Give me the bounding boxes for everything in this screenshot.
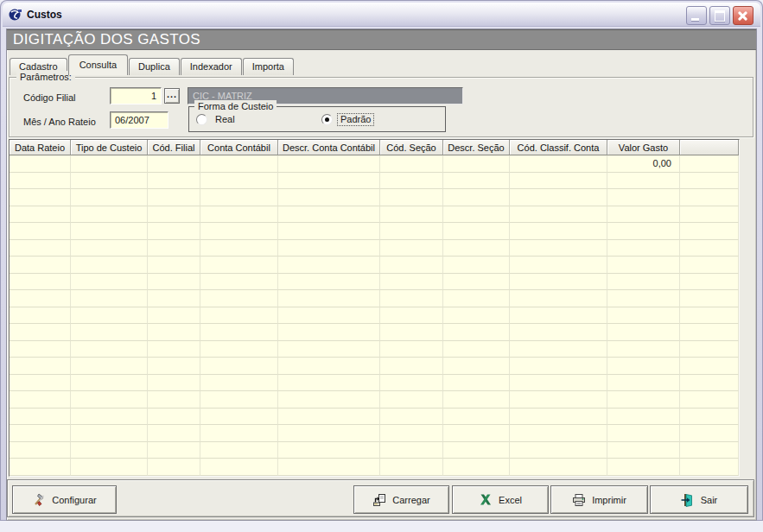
table-row[interactable] [10, 290, 739, 307]
table-cell [278, 256, 380, 274]
parameters-group-label: Parâmetros: [16, 71, 75, 83]
table-cell [200, 375, 278, 392]
table-cell [200, 240, 278, 257]
column-header[interactable]: Valor Gasto [607, 140, 680, 155]
table-cell [510, 425, 607, 442]
table-cell [71, 408, 148, 426]
table-cell [510, 341, 607, 358]
table-cell [510, 206, 607, 224]
table-cell [380, 240, 443, 257]
table-cell [680, 256, 739, 274]
table-row[interactable] [10, 206, 739, 224]
table-cell [71, 442, 148, 459]
minimize-button[interactable] [686, 6, 707, 25]
excel-button[interactable]: Excel [452, 485, 549, 514]
table-cell [680, 307, 739, 325]
column-header[interactable]: Descr. Conta Contábil [278, 140, 380, 155]
table-row[interactable] [10, 459, 739, 476]
table-cell [607, 375, 680, 392]
table-cell [71, 290, 148, 307]
expenses-grid[interactable]: Data RateioTipo de CusteioCód. FilialCon… [9, 139, 740, 477]
column-header[interactable]: Descr. Seção [443, 140, 510, 155]
tab-consulta[interactable]: Consulta [68, 54, 128, 75]
table-cell [680, 173, 739, 190]
table-cell [278, 341, 380, 358]
sair-label: Sair [701, 495, 718, 505]
table-row[interactable] [10, 256, 739, 274]
table-cell [443, 290, 510, 307]
configurar-button[interactable]: Configurar [12, 485, 117, 514]
codigo-filial-browse-button[interactable]: ... [164, 88, 180, 104]
table-row[interactable] [10, 442, 739, 459]
table-row[interactable] [10, 391, 739, 408]
column-header[interactable] [680, 140, 739, 155]
carregar-button[interactable]: Carregar [353, 485, 449, 514]
radio-padrao[interactable]: Padrão [321, 113, 374, 126]
table-cell [510, 324, 607, 341]
exit-icon [681, 493, 695, 507]
imprimir-label: Imprimir [592, 495, 626, 505]
printer-icon [572, 493, 586, 507]
tab-indexador[interactable]: Indexador [181, 58, 242, 75]
radio-real[interactable]: Real [196, 113, 238, 126]
table-cell [443, 256, 510, 274]
table-cell [148, 307, 200, 325]
table-cell [278, 274, 380, 291]
table-cell [200, 425, 278, 442]
table-cell [443, 375, 510, 392]
table-cell [607, 307, 680, 325]
table-cell [380, 256, 443, 274]
maximize-icon [715, 10, 725, 22]
table-row[interactable] [10, 358, 739, 375]
column-header[interactable]: Cód. Seção [380, 140, 443, 155]
table-cell [680, 459, 739, 476]
table-row[interactable] [10, 274, 739, 291]
table-row[interactable] [10, 324, 739, 341]
table-row[interactable]: 0,00 [10, 155, 739, 173]
table-cell [680, 425, 739, 442]
table-cell [443, 391, 510, 408]
table-row[interactable] [10, 307, 739, 325]
tab-duplica[interactable]: Duplica [129, 58, 180, 75]
table-cell [148, 442, 200, 459]
mes-ano-rateio-value: 06/2007 [115, 115, 149, 125]
table-cell [278, 459, 380, 476]
table-row[interactable] [10, 223, 739, 240]
minimize-icon [691, 18, 699, 21]
table-cell [200, 442, 278, 459]
table-row[interactable] [10, 425, 739, 442]
mes-ano-rateio-input[interactable]: 06/2007 [110, 111, 168, 129]
imprimir-button[interactable]: Imprimir [550, 485, 648, 514]
table-cell [148, 274, 200, 291]
maximize-button[interactable] [709, 6, 730, 25]
column-header[interactable]: Cód. Classif. Conta [510, 140, 607, 155]
table-cell [510, 358, 607, 375]
load-icon [372, 493, 386, 507]
table-cell [148, 223, 200, 240]
table-row[interactable] [10, 189, 739, 206]
app-logo-icon [8, 7, 22, 22]
column-header[interactable]: Cód. Filial [148, 140, 200, 155]
close-button[interactable] [733, 6, 753, 25]
table-cell [680, 274, 739, 291]
table-row[interactable] [10, 375, 739, 392]
sair-button[interactable]: Sair [650, 485, 748, 514]
codigo-filial-input[interactable]: 1 [110, 87, 162, 104]
footer-button-panel: Configurar Carregar [7, 479, 754, 517]
titlebar[interactable]: Custos [3, 3, 760, 27]
table-row[interactable] [10, 240, 739, 257]
table-cell [200, 341, 278, 358]
ellipsis-icon: ... [167, 89, 177, 99]
table-cell [71, 173, 148, 190]
column-header[interactable]: Data Rateio [10, 140, 71, 155]
table-row[interactable] [10, 341, 739, 358]
tab-importa[interactable]: Importa [243, 58, 294, 75]
table-row[interactable] [10, 173, 739, 190]
table-row[interactable] [10, 408, 739, 426]
column-header[interactable]: Conta Contábil [200, 140, 278, 155]
column-header[interactable]: Tipo de Custeio [71, 140, 148, 155]
table-cell [607, 324, 680, 341]
radio-button-icon[interactable] [196, 114, 207, 125]
radio-button-icon[interactable] [321, 114, 333, 125]
table-cell [71, 459, 148, 476]
